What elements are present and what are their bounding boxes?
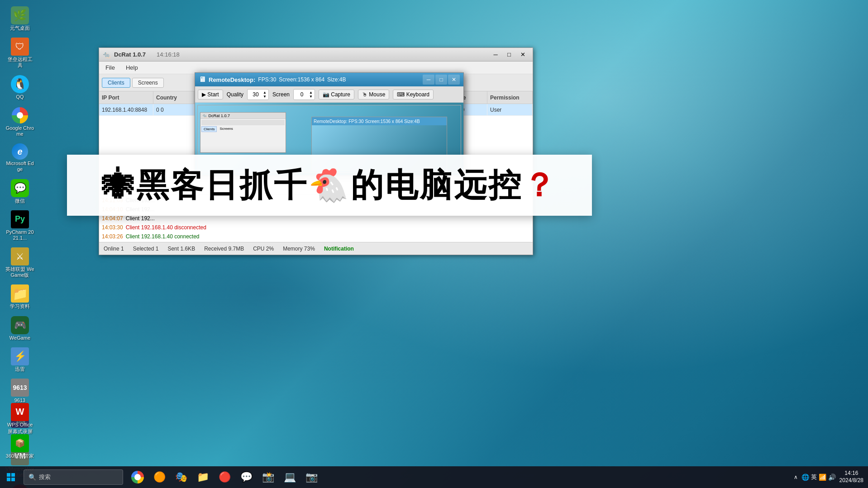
log-line-4: 14:03:30 Client 192.168.1.40 disconnecte… bbox=[102, 223, 530, 232]
desktop-icon-yunji[interactable]: 🌿 元气桌面 bbox=[4, 5, 36, 33]
clock[interactable]: 14:16 2024/8/28 bbox=[839, 470, 863, 484]
remote-size: Size:4B bbox=[327, 76, 346, 83]
taskbar-chrome[interactable] bbox=[128, 467, 148, 487]
remote-title: RemoteDesktop: bbox=[209, 76, 255, 83]
remote-maximize-button[interactable]: □ bbox=[435, 75, 447, 85]
red-question: ？ bbox=[523, 167, 557, 203]
minimize-button[interactable]: ─ bbox=[489, 50, 502, 60]
screen-spinner[interactable]: 0 ▲▼ bbox=[293, 89, 315, 100]
dcrat-statusbar: Online 1 Selected 1 Sent 1.6KB Received … bbox=[99, 242, 533, 255]
th-ip-port: IP Port bbox=[99, 91, 153, 104]
taskbar-apps: 🟠 🎭 📁 🔴 💬 📸 💻 📷 bbox=[128, 467, 321, 487]
dcrat-titlebar: 🐀 DcRat 1.0.7 14:16:18 ─ □ ✕ bbox=[99, 48, 533, 62]
desktop: 🌿 元气桌面 🛡 堡垒远程工具 🐧 QQ Google Chrome e Mic… bbox=[0, 0, 868, 488]
taskbar-orange2[interactable]: 🎭 bbox=[171, 467, 191, 487]
taskbar-code[interactable]: 💻 bbox=[280, 467, 300, 487]
tray-icons: 🌐 英 📶 🔊 bbox=[801, 473, 836, 481]
close-button[interactable]: ✕ bbox=[516, 50, 529, 60]
status-online: Online 1 bbox=[104, 246, 124, 252]
log-line-5: 14:03:26 Client 192.168.1.40 connected bbox=[102, 232, 530, 241]
maximize-button[interactable]: □ bbox=[503, 50, 515, 60]
remote-screen-label: Screen bbox=[272, 91, 290, 98]
banner-text: 🕷黑客日抓千🐔的电脑远控？ bbox=[102, 164, 557, 207]
status-cpu: CPU 2% bbox=[253, 246, 274, 252]
desktop-icon-360mgr[interactable]: 📦 360软件管家 bbox=[4, 432, 36, 461]
th-permission: Permission bbox=[487, 91, 533, 104]
desktop-icon-xunlei[interactable]: ⚡ 迅雷 bbox=[4, 346, 36, 374]
nested-dcrat: 🐀 DcRat 1.0.7 Clients Screens bbox=[200, 112, 286, 153]
tray-lang[interactable]: 英 bbox=[811, 473, 817, 481]
system-tray: ∧ 🌐 英 📶 🔊 14:16 2024/8/28 bbox=[794, 466, 868, 488]
status-notification: Notification bbox=[324, 246, 354, 252]
desktop-icon-qq[interactable]: 🐧 QQ bbox=[4, 73, 36, 102]
desktop-icon-folder[interactable]: 📁 学习资料 bbox=[4, 283, 36, 311]
dcrat-title: DcRat 1.0.7 bbox=[114, 51, 146, 58]
start-button[interactable] bbox=[0, 466, 22, 488]
desktop-icon-weixin[interactable]: 💬 微信 bbox=[4, 177, 36, 206]
search-placeholder: 搜索 bbox=[39, 473, 51, 481]
td-permission: User bbox=[487, 104, 533, 115]
menu-file[interactable]: File bbox=[101, 63, 119, 72]
remote-toolbar: ▶ Start Quality 30 ▲▼ Screen 0 ▲▼ 📷 Capt… bbox=[195, 86, 463, 103]
status-memory: Memory 73% bbox=[283, 246, 315, 252]
status-received: Received 9.7MB bbox=[204, 246, 244, 252]
remote-titlebar: 🖥 RemoteDesktop: FPS:30 Screen:1536 x 86… bbox=[195, 73, 463, 86]
taskbar: 🔍 搜索 🟠 🎭 📁 🔴 💬 📸 💻 📷 ∧ 🌐 英 📶 🔊 bbox=[0, 466, 868, 488]
status-selected: Selected 1 bbox=[133, 246, 159, 252]
remote-capture-button[interactable]: 📷 Capture bbox=[319, 90, 354, 99]
td-ip-port: 192.168.1.40:8848 bbox=[99, 104, 153, 115]
remote-quality-label: Quality bbox=[227, 91, 243, 98]
remote-mouse-button[interactable]: 🖱 Mouse bbox=[358, 90, 389, 99]
svg-rect-3 bbox=[11, 478, 15, 481]
taskbar-orange1[interactable]: 🟠 bbox=[149, 467, 169, 487]
th-country: Country bbox=[153, 91, 194, 104]
desktop-icon-edge[interactable]: e Microsoft Edge bbox=[4, 142, 36, 174]
clock-time: 14:16 bbox=[839, 470, 863, 477]
dcrat-timestamp: 14:16:18 bbox=[157, 51, 180, 58]
search-bar[interactable]: 🔍 搜索 bbox=[24, 469, 123, 485]
taskbar-wechat[interactable]: 💬 bbox=[236, 467, 256, 487]
remote-minimize-button[interactable]: ─ bbox=[423, 75, 434, 85]
toolbar-screens[interactable]: Screens bbox=[132, 78, 164, 88]
remote-close-button[interactable]: ✕ bbox=[448, 75, 460, 85]
taskbar-red[interactable]: 🔴 bbox=[215, 467, 234, 487]
search-icon: 🔍 bbox=[29, 474, 36, 481]
desktop-icon-wps[interactable]: W WPS Office bbox=[4, 401, 36, 430]
status-sent: Sent 1.6KB bbox=[167, 246, 195, 252]
tray-expand[interactable]: ∧ bbox=[794, 474, 798, 480]
svg-rect-2 bbox=[7, 478, 10, 481]
td-country: 0 0 bbox=[153, 104, 194, 115]
taskbar-photo[interactable]: 📸 bbox=[258, 467, 278, 487]
overlay-banner: 🕷黑客日抓千🐔的电脑远控？ bbox=[67, 155, 592, 216]
remote-screen: Screen:1536 x 864 bbox=[279, 76, 324, 83]
desktop-icon-league[interactable]: ⚔ 英雄联盟 WeGame版 bbox=[4, 246, 36, 280]
tray-wifi: 📶 bbox=[819, 474, 826, 481]
remote-keyboard-button[interactable]: ⌨ Keyboard bbox=[393, 90, 434, 99]
remote-start-button[interactable]: ▶ Start bbox=[198, 90, 223, 99]
desktop-icon-pycharm[interactable]: Py PyCharm 2021.1... bbox=[4, 208, 36, 243]
remote-fps: FPS:30 bbox=[258, 76, 276, 83]
tray-icon-1: 🌐 bbox=[801, 474, 809, 481]
taskbar-folder[interactable]: 📁 bbox=[193, 467, 213, 487]
clock-date: 2024/8/28 bbox=[839, 477, 863, 484]
tray-volume: 🔊 bbox=[828, 474, 836, 481]
svg-rect-1 bbox=[11, 473, 15, 477]
desktop-icon-chrome[interactable]: Google Chrome bbox=[4, 104, 36, 139]
desktop-icon-wegame[interactable]: 🎮 WeGame bbox=[4, 314, 36, 343]
taskbar-camera[interactable]: 📷 bbox=[301, 467, 321, 487]
desktop-icon-fortclient[interactable]: 🛡 堡垒远程工具 bbox=[4, 36, 36, 70]
quality-spinner[interactable]: 30 ▲▼ bbox=[247, 89, 269, 100]
svg-rect-0 bbox=[7, 473, 10, 477]
menu-help[interactable]: Help bbox=[121, 63, 143, 72]
toolbar-clients[interactable]: Clients bbox=[102, 78, 130, 88]
